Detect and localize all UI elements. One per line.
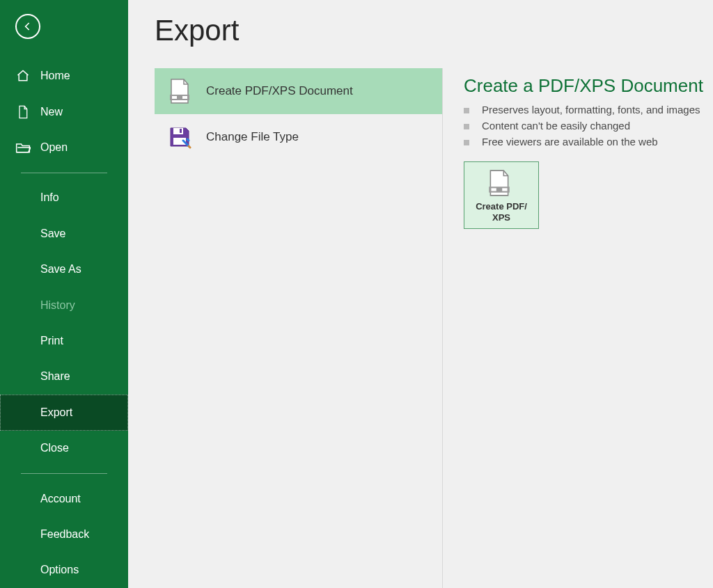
bullet-text: Free viewers are available on the web <box>482 136 658 148</box>
bullet-text: Preserves layout, formatting, fonts, and… <box>482 104 700 116</box>
svg-rect-4 <box>180 129 182 133</box>
sidebar-item-label: Feedback <box>40 528 89 541</box>
option-label: Change File Type <box>206 130 299 144</box>
sidebar-item-open[interactable]: Open <box>0 129 128 165</box>
folder-icon <box>15 140 31 155</box>
sidebar-item-label: Print <box>40 335 63 347</box>
sidebar-item-label: Save As <box>40 263 81 276</box>
sidebar-item-label: Home <box>40 70 70 82</box>
sidebar-item-label: Open <box>40 141 68 154</box>
main-panel: Export Create PDF/XPS Document <box>128 0 713 588</box>
page-title: Export <box>155 14 713 47</box>
sidebar-item-options[interactable]: Options <box>0 553 128 588</box>
sidebar-item-label: New <box>40 106 63 118</box>
details-bullet: Content can't be easily changed <box>464 120 713 132</box>
home-icon <box>15 68 31 84</box>
sidebar-item-account[interactable]: Account <box>0 481 128 516</box>
sidebar-item-info[interactable]: Info <box>0 180 128 216</box>
bullet-text: Content can't be easily changed <box>482 120 630 132</box>
sidebar-divider <box>21 173 107 173</box>
create-pdf-xps-button[interactable]: Create PDF/ XPS <box>464 161 539 229</box>
pdf-doc-icon <box>487 169 515 197</box>
sidebar-item-export[interactable]: Export <box>0 395 128 430</box>
sidebar-item-home[interactable]: Home <box>0 58 128 94</box>
back-button[interactable] <box>15 14 40 39</box>
save-type-icon <box>167 125 192 150</box>
option-label: Create PDF/XPS Document <box>206 84 353 98</box>
export-details-panel: Create a PDF/XPS Document Preserves layo… <box>443 68 713 588</box>
bullet-marker-icon <box>464 124 469 129</box>
svg-rect-1 <box>172 96 177 99</box>
export-options-list: Create PDF/XPS Document Change Fil <box>155 68 443 588</box>
sidebar-item-print[interactable]: Print <box>0 323 128 358</box>
details-title: Create a PDF/XPS Document <box>464 75 713 97</box>
details-bullet: Free viewers are available on the web <box>464 136 713 148</box>
svg-rect-8 <box>502 188 507 191</box>
sidebar-item-feedback[interactable]: Feedback <box>0 516 128 552</box>
sidebar-item-label: Export <box>40 406 72 419</box>
svg-rect-2 <box>182 96 187 99</box>
svg-rect-7 <box>491 188 496 191</box>
bullet-marker-icon <box>464 108 469 113</box>
sidebar-item-label: Info <box>40 191 59 204</box>
sidebar-item-label: Close <box>40 442 69 454</box>
sidebar-item-label: History <box>40 299 75 312</box>
sidebar-item-label: Share <box>40 370 70 383</box>
sidebar-divider <box>21 473 107 474</box>
option-change-file-type[interactable]: Change File Type <box>155 114 442 160</box>
pdf-doc-icon <box>167 79 192 104</box>
sidebar-item-label: Account <box>40 493 81 505</box>
bullet-marker-icon <box>464 140 469 145</box>
sidebar-item-save-as[interactable]: Save As <box>0 252 128 287</box>
sidebar-item-share[interactable]: Share <box>0 359 128 395</box>
sidebar-item-label: Options <box>40 564 79 576</box>
sidebar-item-history: History <box>0 287 128 323</box>
sidebar-item-save[interactable]: Save <box>0 216 128 251</box>
backstage-sidebar: Home New Open Info Save Save As History <box>0 0 128 588</box>
sidebar-item-label: Save <box>40 228 65 240</box>
file-icon <box>15 104 31 120</box>
sidebar-item-new[interactable]: New <box>0 94 128 129</box>
sidebar-item-close[interactable]: Close <box>0 431 128 466</box>
button-label: Create PDF/ XPS <box>476 201 527 223</box>
option-create-pdf-xps[interactable]: Create PDF/XPS Document <box>155 68 442 114</box>
details-bullet: Preserves layout, formatting, fonts, and… <box>464 104 713 116</box>
